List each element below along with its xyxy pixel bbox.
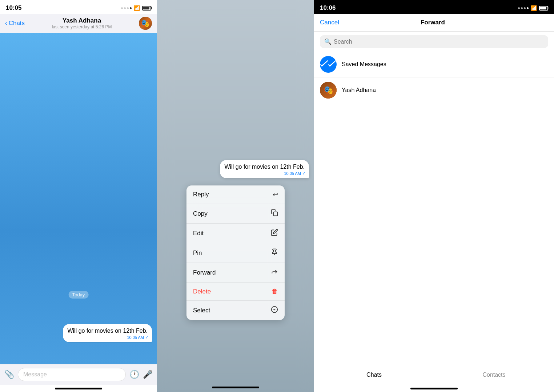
- forward-label: Forward: [193, 269, 216, 276]
- microphone-icon[interactable]: 🎤: [143, 370, 153, 379]
- context-home-indicator: [212, 387, 259, 388]
- back-button[interactable]: ‹ Chats: [5, 20, 25, 27]
- context-check-icon: ✓: [302, 171, 305, 176]
- date-label: Today: [69, 291, 89, 299]
- contacts-tab-label: Contacts: [482, 372, 505, 378]
- chat-input-bar: 📎 Message 🕐 🎤: [0, 364, 157, 385]
- chat-status-bar: 10:05 📶: [0, 0, 157, 14]
- forward-status-icons: 📶: [518, 5, 548, 11]
- attachment-icon[interactable]: 📎: [4, 370, 14, 379]
- forward-tab-bar: Chats Contacts: [314, 365, 554, 385]
- menu-item-forward[interactable]: Forward: [186, 263, 285, 283]
- menu-item-edit[interactable]: Edit: [186, 224, 285, 243]
- chat-header-title: Yash Adhana last seen yesterday at 5:26 …: [52, 17, 112, 29]
- yash-adhana-label: Yash Adhana: [342, 87, 376, 93]
- contact-name: Yash Adhana: [52, 17, 112, 24]
- contact-status: last seen yesterday at 5:26 PM: [52, 24, 112, 29]
- message-bubble[interactable]: Will go for movies on 12th Feb. 10:05 AM…: [63, 324, 152, 342]
- chat-panel: 10:05 📶 ‹ Chats Yash Adhana last seen ye…: [0, 0, 157, 392]
- chevron-left-icon: ‹: [5, 20, 7, 27]
- context-message-time: 10:05 AM ✓: [284, 171, 305, 176]
- check-icon: ✓: [145, 335, 148, 340]
- message-text: Will go for movies on 12th Feb.: [67, 328, 148, 334]
- menu-item-pin[interactable]: Pin: [186, 243, 285, 263]
- reply-icon: ↩: [273, 191, 278, 199]
- saved-messages-label: Saved Messages: [342, 61, 386, 68]
- yash-avatar: 🎭: [320, 82, 337, 99]
- forward-icon: [271, 268, 278, 277]
- edit-icon: [271, 229, 278, 238]
- forward-title: Forward: [421, 19, 445, 26]
- message-placeholder: Message: [23, 371, 47, 377]
- forward-battery-icon: [539, 6, 548, 11]
- signal-icon: [121, 7, 132, 9]
- svg-rect-0: [274, 212, 278, 216]
- menu-item-select[interactable]: Select: [186, 301, 285, 320]
- message-input[interactable]: Message: [18, 368, 126, 381]
- home-bar: [0, 385, 157, 392]
- menu-item-reply[interactable]: Reply ↩: [186, 185, 285, 204]
- forward-status-bar: 10:06 📶: [314, 0, 554, 14]
- tab-contacts[interactable]: Contacts: [434, 369, 554, 381]
- menu-item-delete[interactable]: Delete 🗑: [186, 283, 285, 301]
- home-indicator: [55, 388, 102, 389]
- message-time: 10:05 AM ✓: [127, 335, 148, 340]
- context-menu: Reply ↩ Copy Edit Pin: [186, 185, 285, 320]
- forward-search-bar[interactable]: 🔍: [320, 35, 548, 48]
- forward-time: 10:06: [320, 4, 336, 12]
- list-item-yash-adhana[interactable]: 🎭 Yash Adhana: [314, 77, 554, 103]
- chats-tab-label: Chats: [366, 372, 382, 378]
- chat-time: 10:05: [6, 4, 21, 12]
- pin-label: Pin: [193, 249, 202, 257]
- forward-home-indicator: [410, 388, 458, 389]
- saved-messages-avatar: [320, 56, 337, 73]
- wifi-icon: 📶: [134, 5, 140, 11]
- cancel-button[interactable]: Cancel: [320, 19, 339, 26]
- trash-icon: 🗑: [272, 288, 278, 295]
- menu-item-copy[interactable]: Copy: [186, 204, 285, 224]
- back-label: Chats: [9, 20, 25, 27]
- select-icon: [271, 306, 278, 315]
- forward-nav: Cancel Forward: [314, 14, 554, 32]
- forward-panel: 10:06 📶 Cancel Forward 🔍: [314, 0, 554, 392]
- pin-icon: [271, 248, 278, 257]
- chat-nav: ‹ Chats Yash Adhana last seen yesterday …: [0, 14, 157, 33]
- forward-wifi-icon: 📶: [531, 5, 537, 11]
- avatar-image: [139, 17, 152, 30]
- search-icon: 🔍: [324, 38, 332, 45]
- copy-label: Copy: [193, 210, 208, 217]
- list-item-saved-messages[interactable]: Saved Messages: [314, 52, 554, 77]
- forward-signal-icon: [518, 7, 529, 9]
- context-message-bubble: Will go for movies on 12th Feb. 10:05 AM…: [220, 160, 309, 178]
- copy-icon: [271, 209, 278, 218]
- status-icons: 📶: [121, 5, 151, 11]
- forward-home-bar: [314, 385, 554, 392]
- battery-icon: [142, 6, 151, 11]
- edit-label: Edit: [193, 230, 204, 237]
- avatar[interactable]: [139, 17, 152, 30]
- tab-chats[interactable]: Chats: [314, 369, 434, 381]
- select-label: Select: [193, 307, 210, 314]
- reply-label: Reply: [193, 191, 209, 198]
- forward-contact-list: Saved Messages 🎭 Yash Adhana: [314, 52, 554, 365]
- context-menu-panel: Will go for movies on 12th Feb. 10:05 AM…: [157, 0, 314, 392]
- context-message-text: Will go for movies on 12th Feb.: [224, 164, 305, 170]
- search-input[interactable]: [334, 39, 544, 45]
- chat-body: Today Will go for movies on 12th Feb. 10…: [0, 33, 157, 364]
- delete-label: Delete: [193, 288, 211, 295]
- emoji-icon[interactable]: 🕐: [129, 370, 139, 379]
